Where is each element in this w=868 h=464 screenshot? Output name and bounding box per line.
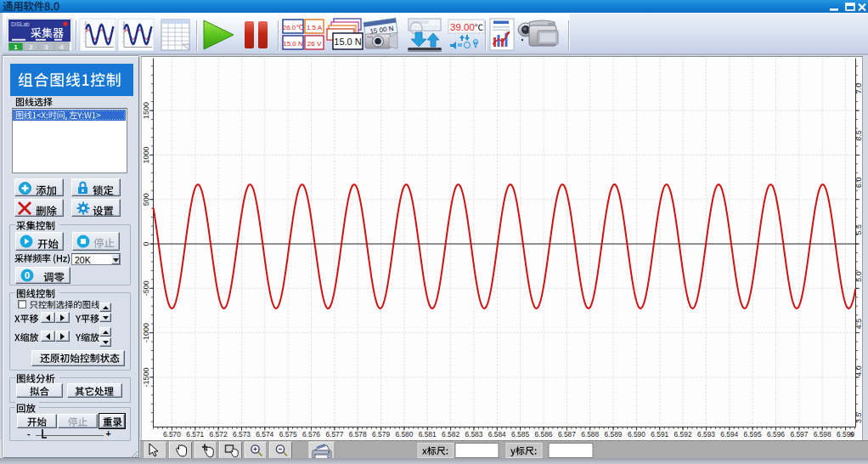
svg-text:3: 3 [44, 43, 48, 51]
svg-text:15.0 N: 15.0 N [283, 40, 303, 48]
svg-text:3.5: 3.5 [854, 413, 862, 424]
svg-text:6.571: 6.571 [186, 430, 204, 439]
svg-text:6.580: 6.580 [395, 430, 413, 439]
svg-text:6.582: 6.582 [442, 430, 459, 439]
svg-text:6.595: 6.595 [744, 430, 762, 439]
svg-text:6.577: 6.577 [325, 430, 343, 439]
svg-text:1: 1 [14, 43, 18, 51]
svg-text:6.594: 6.594 [720, 430, 738, 439]
svg-text:6.585: 6.585 [511, 430, 529, 439]
svg-text:6.588: 6.588 [581, 430, 599, 439]
svg-text:6.596: 6.596 [767, 430, 785, 439]
svg-text:1500: 1500 [142, 102, 150, 119]
svg-text:6.570: 6.570 [163, 430, 181, 439]
svg-text:6.587: 6.587 [558, 430, 576, 439]
svg-text:15.0 N: 15.0 N [334, 37, 361, 47]
svg-text:2: 2 [29, 43, 33, 51]
svg-text:6.591: 6.591 [651, 430, 668, 439]
svg-text:500: 500 [142, 193, 150, 206]
svg-text:6.575: 6.575 [279, 430, 297, 439]
svg-text:6.586: 6.586 [535, 430, 553, 439]
svg-text:6.592: 6.592 [674, 430, 692, 439]
svg-text:6.573: 6.573 [233, 430, 251, 439]
svg-text:DISLab: DISLab [11, 21, 30, 27]
svg-text:0: 0 [142, 241, 150, 246]
svg-text:6.572: 6.572 [210, 430, 228, 439]
svg-text:6.597: 6.597 [790, 430, 808, 439]
svg-text:5.5: 5.5 [854, 224, 862, 235]
svg-text:-1000: -1000 [142, 323, 150, 342]
svg-text:1.5 A: 1.5 A [307, 24, 323, 31]
svg-text:1000: 1000 [142, 146, 150, 163]
svg-text:6.590: 6.590 [628, 430, 645, 439]
svg-text:-500: -500 [142, 280, 150, 296]
svg-text:0: 0 [25, 270, 30, 280]
svg-text:6.583: 6.583 [465, 430, 482, 439]
svg-text:6.5: 6.5 [854, 130, 862, 141]
svg-text:6.578: 6.578 [349, 430, 367, 439]
svg-text:4: 4 [59, 43, 64, 51]
svg-text:5.0: 5.0 [854, 271, 862, 282]
svg-text:26 V: 26 V [307, 40, 322, 48]
svg-text:s: s [850, 430, 854, 439]
svg-text:-1500: -1500 [142, 367, 150, 387]
svg-text:6.598: 6.598 [814, 430, 831, 439]
svg-text:6.589: 6.589 [605, 430, 623, 439]
svg-text:4.5: 4.5 [854, 319, 862, 330]
svg-text:6.0: 6.0 [854, 178, 862, 189]
svg-text:6.574: 6.574 [256, 430, 273, 439]
svg-text:6.584: 6.584 [488, 430, 506, 439]
svg-text:7.0: 7.0 [854, 83, 862, 94]
svg-text:26.0℃: 26.0℃ [283, 24, 304, 31]
svg-text:6.576: 6.576 [302, 430, 320, 439]
svg-text:6.579: 6.579 [372, 430, 390, 439]
svg-text:6.593: 6.593 [697, 430, 715, 439]
svg-text:39.00: 39.00 [450, 22, 475, 32]
svg-text:4.0: 4.0 [854, 365, 862, 376]
svg-text:6.581: 6.581 [419, 430, 437, 439]
